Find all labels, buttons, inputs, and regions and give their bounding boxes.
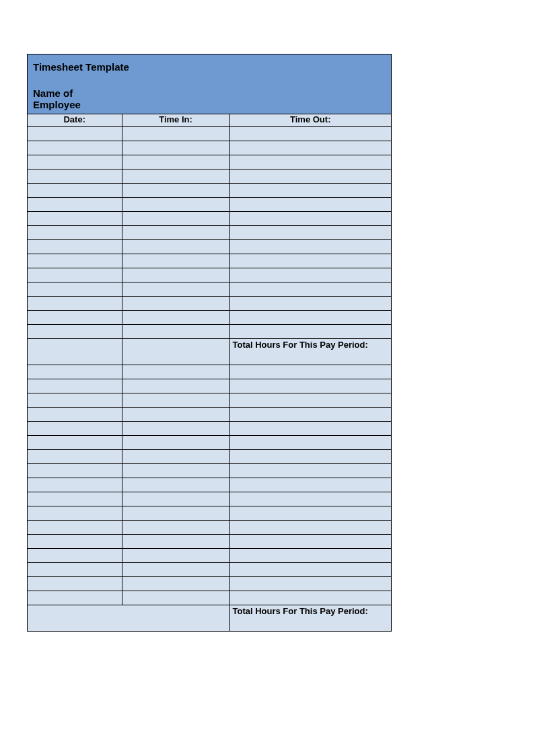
col-header-date: Date:: [28, 114, 122, 126]
cell-time-in[interactable]: [122, 268, 229, 282]
cell-date[interactable]: [28, 254, 122, 268]
cell-time-out[interactable]: [229, 239, 391, 254]
cell-time-out[interactable]: [229, 169, 391, 183]
cell-time-out[interactable]: [229, 254, 391, 268]
cell-time-out[interactable]: [229, 591, 391, 605]
cell-date[interactable]: [28, 183, 122, 197]
cell-date[interactable]: [28, 576, 122, 591]
cell-date[interactable]: [28, 141, 122, 155]
cell-date[interactable]: [28, 310, 122, 324]
cell-time-in[interactable]: [122, 463, 229, 478]
cell-time-in[interactable]: [122, 310, 229, 324]
cell-time-in[interactable]: [122, 254, 229, 268]
cell-time-in[interactable]: [122, 393, 229, 407]
cell-date[interactable]: [28, 478, 122, 492]
cell-time-in[interactable]: [122, 169, 229, 183]
cell-time-in[interactable]: [122, 365, 229, 379]
cell-time-out[interactable]: [229, 520, 391, 534]
cell-time-in[interactable]: [122, 379, 229, 393]
cell-date[interactable]: [28, 407, 122, 421]
cell-date[interactable]: [28, 197, 122, 211]
cell-time-in[interactable]: [122, 126, 229, 141]
cell-date[interactable]: [28, 365, 122, 379]
cell-date[interactable]: [28, 435, 122, 449]
cell-time-in[interactable]: [122, 478, 229, 492]
cell-time-out[interactable]: [229, 379, 391, 393]
cell-time-in[interactable]: [122, 576, 229, 591]
cell-time-in[interactable]: [122, 225, 229, 239]
cell-time-out[interactable]: [229, 478, 391, 492]
cell-time-out[interactable]: [229, 435, 391, 449]
cell-time-out[interactable]: [229, 562, 391, 576]
cell-time-in[interactable]: [122, 197, 229, 211]
cell-date[interactable]: [28, 126, 122, 141]
cell-time-out[interactable]: [229, 310, 391, 324]
cell-time-out[interactable]: [229, 393, 391, 407]
cell-time-out[interactable]: [229, 141, 391, 155]
cell-time-out[interactable]: [229, 492, 391, 506]
cell-time-in[interactable]: [122, 548, 229, 562]
cell-time-out[interactable]: [229, 324, 391, 338]
cell-time-out[interactable]: [229, 421, 391, 435]
cell-time-in[interactable]: [122, 324, 229, 338]
cell-time-out[interactable]: [229, 183, 391, 197]
cell-time-in[interactable]: [122, 506, 229, 520]
cell-date[interactable]: [28, 562, 122, 576]
cell-time-in[interactable]: [122, 435, 229, 449]
cell-date[interactable]: [28, 449, 122, 463]
cell-time-in[interactable]: [122, 407, 229, 421]
cell-date[interactable]: [28, 225, 122, 239]
cell-time-in[interactable]: [122, 492, 229, 506]
cell-time-out[interactable]: [229, 407, 391, 421]
cell-time-out[interactable]: [229, 506, 391, 520]
cell-date[interactable]: [28, 211, 122, 225]
cell-date[interactable]: [28, 268, 122, 282]
cell-time-out[interactable]: [229, 225, 391, 239]
cell-date[interactable]: [28, 296, 122, 310]
cell-time-out[interactable]: [229, 197, 391, 211]
cell-time-in[interactable]: [122, 562, 229, 576]
cell-date[interactable]: [28, 338, 122, 365]
cell-time-in[interactable]: [122, 591, 229, 605]
cell-time-out[interactable]: [229, 449, 391, 463]
cell-time-out[interactable]: [229, 463, 391, 478]
cell-time-in[interactable]: [122, 338, 229, 365]
cell-date[interactable]: [28, 393, 122, 407]
cell-time-in[interactable]: [122, 183, 229, 197]
cell-time-in[interactable]: [122, 449, 229, 463]
cell-time-out[interactable]: [229, 534, 391, 548]
cell-date[interactable]: [28, 506, 122, 520]
cell-time-out[interactable]: [229, 268, 391, 282]
cell-date[interactable]: [28, 379, 122, 393]
cell-time-out[interactable]: [229, 365, 391, 379]
cell-time-in[interactable]: [122, 421, 229, 435]
cell-time-out[interactable]: [229, 211, 391, 225]
cell-date[interactable]: [28, 492, 122, 506]
cell-time-out[interactable]: [229, 155, 391, 169]
cell-time-in[interactable]: [122, 534, 229, 548]
cell-time-out[interactable]: [229, 548, 391, 562]
cell-time-in[interactable]: [122, 155, 229, 169]
cell-date[interactable]: [28, 421, 122, 435]
cell-date[interactable]: [28, 282, 122, 296]
cell-date[interactable]: [28, 520, 122, 534]
cell-time-in[interactable]: [122, 296, 229, 310]
cell-date[interactable]: [28, 548, 122, 562]
total-row: Total Hours For This Pay Period:: [28, 338, 391, 365]
cell-time-in[interactable]: [122, 239, 229, 254]
cell-time-out[interactable]: [229, 282, 391, 296]
cell-time-in[interactable]: [122, 211, 229, 225]
cell-date[interactable]: [28, 324, 122, 338]
cell-date[interactable]: [28, 239, 122, 254]
cell-time-out[interactable]: [229, 576, 391, 591]
cell-time-in[interactable]: [122, 141, 229, 155]
cell-date[interactable]: [28, 463, 122, 478]
cell-date[interactable]: [28, 169, 122, 183]
cell-date[interactable]: [28, 534, 122, 548]
cell-date[interactable]: [28, 155, 122, 169]
cell-date[interactable]: [28, 591, 122, 605]
cell-time-out[interactable]: [229, 126, 391, 141]
cell-time-out[interactable]: [229, 296, 391, 310]
cell-time-in[interactable]: [122, 282, 229, 296]
cell-time-in[interactable]: [122, 520, 229, 534]
